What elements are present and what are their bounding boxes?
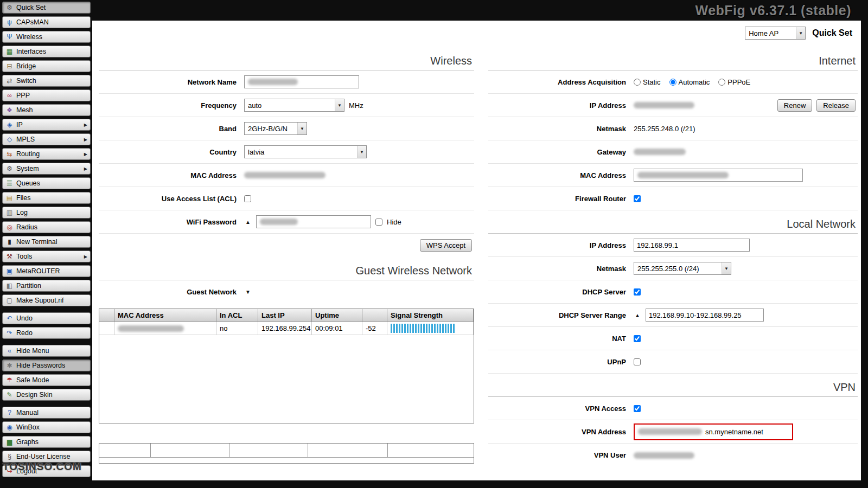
table-header-in-acl: In ACL	[216, 309, 258, 322]
table-row[interactable]: no 192.168.99.254 00:09:01 -52	[99, 322, 474, 335]
network-name-input[interactable]	[244, 75, 359, 88]
radio-pppoe-label: PPPoE	[727, 78, 750, 86]
radio-automatic-label: Automatic	[679, 78, 710, 86]
address-acquisition-row: Address Acquisition Static Automatic	[488, 70, 858, 94]
sidebar-item-winbox[interactable]: ◉WinBox	[2, 421, 91, 433]
wireless-column: Wireless Network Name Frequency	[99, 43, 474, 467]
local-network-section-title: Local Network	[488, 218, 858, 234]
lan-netmask-select[interactable]: 255.255.255.0 (/24) ▼	[634, 262, 731, 275]
bridge-icon: ⊟	[5, 63, 14, 69]
radio-automatic-input[interactable]	[669, 79, 676, 86]
nat-checkbox[interactable]	[634, 335, 641, 342]
wireless-section-title: Wireless	[99, 55, 474, 70]
quick-set-icon: ⚙	[5, 4, 14, 11]
sidebar-item-make-supout[interactable]: ▢Make Supout.rif	[2, 294, 91, 306]
sidebar-item-switch[interactable]: ⇄Switch	[2, 75, 91, 87]
dhcp-server-checkbox[interactable]	[634, 288, 641, 296]
sidebar-item-interfaces[interactable]: ▦Interfaces	[2, 46, 91, 57]
frequency-select[interactable]: auto ▼	[244, 99, 344, 112]
content-area: Home AP ▼ Quick Set Wireless Network Nam…	[92, 21, 861, 480]
sidebar-item-log[interactable]: ▥Log	[2, 207, 91, 219]
sidebar-item-mesh[interactable]: ❖Mesh	[2, 104, 91, 116]
sidebar-item-design-skin[interactable]: ✎Design Skin	[2, 389, 91, 401]
chevron-down-icon: ▼	[722, 262, 731, 274]
sidebar-item-radius[interactable]: ◎Radius	[2, 221, 91, 233]
dhcp-range-input[interactable]	[646, 309, 764, 322]
sidebar-item-queues[interactable]: ☰Queues	[2, 177, 91, 189]
sidebar-item-end-user-license[interactable]: §End-User License	[2, 451, 91, 463]
sidebar-item-wireless[interactable]: ΨWireless	[2, 31, 91, 43]
wifi-password-input[interactable]	[256, 215, 371, 228]
sidebar-item-routing[interactable]: ⇆Routing▶	[2, 148, 91, 160]
band-select[interactable]: 2GHz-B/G/N ▼	[244, 122, 307, 135]
radio-static[interactable]: Static	[634, 78, 661, 86]
wps-accept-button[interactable]: WPS Accept	[420, 239, 472, 252]
cell-mac	[114, 322, 216, 335]
sidebar-item-quick-set[interactable]: ⚙Quick Set	[2, 2, 91, 14]
country-label: Country	[99, 148, 244, 156]
radio-automatic[interactable]: Automatic	[669, 78, 710, 86]
sidebar-item-partition[interactable]: ◧Partition	[2, 280, 91, 292]
device-select[interactable]: Home AP ▼	[745, 27, 806, 40]
wan-mac-input[interactable]	[634, 169, 803, 182]
sidebar-item-label: Graphs	[16, 438, 87, 446]
gateway-row: Gateway	[488, 140, 858, 164]
vpn-address-highlight[interactable]: sn.mynetname.net	[634, 423, 793, 440]
sidebar-item-graphs[interactable]: ▆Graphs	[2, 436, 91, 448]
sidebar-item-metarouter[interactable]: ▣MetaROUTER	[2, 265, 91, 277]
sidebar-item-safe-mode[interactable]: ☂Safe Mode	[2, 374, 91, 386]
sidebar-item-label: New Terminal	[16, 238, 87, 246]
sidebar-item-label: Tools	[16, 253, 81, 260]
release-button[interactable]: Release	[816, 99, 856, 112]
sidebar-item-label: Files	[16, 194, 87, 202]
sidebar-item-hide-passwords[interactable]: ✱Hide Passwords	[2, 359, 91, 371]
country-select[interactable]: latvia ▼	[244, 145, 367, 158]
sidebar-item-redo[interactable]: ↷Redo	[2, 327, 91, 339]
sidebar-item-label: Manual	[16, 409, 87, 416]
sidebar-item-ip[interactable]: ◈IP▶	[2, 119, 91, 131]
renew-button[interactable]: Renew	[777, 99, 812, 112]
expand-arrow-icon[interactable]: ▼	[244, 289, 252, 295]
table-header-blank2	[362, 309, 387, 322]
sidebar-item-files[interactable]: ▤Files	[2, 192, 91, 204]
hide-password-checkbox[interactable]	[375, 219, 382, 226]
sidebar-item-undo[interactable]: ↶Undo	[2, 312, 91, 324]
sidebar-item-label: Hide Menu	[16, 347, 87, 355]
sidebar-item-logout[interactable]: ↪Logout	[2, 465, 91, 477]
acl-checkbox[interactable]	[244, 195, 251, 202]
vpn-user-row: VPN User	[488, 444, 858, 467]
firewall-router-checkbox[interactable]	[634, 195, 641, 202]
wan-mac-row: MAC Address	[488, 164, 858, 187]
sidebar-item-bridge[interactable]: ⊟Bridge	[2, 60, 91, 72]
sidebar-item-system[interactable]: ⚙System▶	[2, 163, 91, 175]
dhcp-server-label: DHCP Server	[488, 288, 634, 296]
table-header-signal: Signal Strength	[387, 309, 474, 322]
radio-pppoe[interactable]: PPPoE	[718, 78, 750, 86]
radio-pppoe-input[interactable]	[718, 79, 725, 86]
wan-netmask-value: 255.255.248.0 (/21)	[634, 125, 695, 133]
sidebar-item-manual[interactable]: ?Manual	[2, 407, 91, 419]
top-toolbar: Home AP ▼ Quick Set	[92, 21, 861, 43]
upnp-checkbox[interactable]	[634, 358, 641, 365]
sidebar-item-tools[interactable]: ⚒Tools▶	[2, 251, 91, 262]
sidebar-item-mpls[interactable]: ◇MPLS▶	[2, 133, 91, 145]
sidebar-item-capsman[interactable]: ψCAPsMAN	[2, 16, 91, 28]
vpn-address-suffix: sn.mynetname.net	[705, 428, 763, 436]
sidebar-item-ppp[interactable]: ∞PPP	[2, 89, 91, 101]
design-skin-icon: ✎	[5, 391, 14, 398]
collapse-arrow-icon[interactable]: ▲	[244, 219, 252, 225]
logout-icon: ↪	[5, 468, 14, 474]
submenu-arrow-icon: ▶	[84, 137, 87, 142]
acl-empty-table[interactable]	[99, 443, 474, 464]
wan-mac-label: MAC Address	[488, 171, 634, 179]
empty-cell	[99, 444, 151, 458]
sidebar-item-new-terminal[interactable]: ▮New Terminal	[2, 236, 91, 248]
page-title: Quick Set	[812, 28, 852, 38]
radio-static-input[interactable]	[634, 79, 641, 86]
collapse-arrow-icon[interactable]: ▲	[634, 312, 641, 318]
sidebar-item-hide-menu[interactable]: «Hide Menu	[2, 345, 91, 357]
table-header-uptime: Uptime	[312, 309, 362, 322]
lan-ip-input[interactable]	[634, 239, 750, 252]
wan-netmask-label: Netmask	[488, 125, 634, 133]
vpn-access-checkbox[interactable]	[634, 405, 641, 412]
